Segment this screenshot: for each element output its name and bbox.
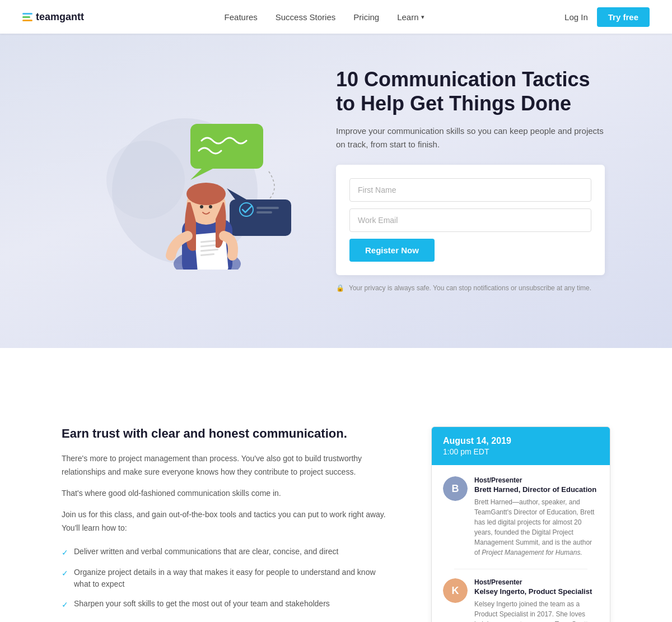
svg-rect-2 bbox=[190, 124, 263, 169]
event-card: August 14, 2019 1:00 pm EDT B Host/Prese… bbox=[431, 426, 610, 622]
try-free-button[interactable]: Try free bbox=[597, 7, 650, 27]
event-date: August 14, 2019 bbox=[443, 436, 599, 446]
register-button[interactable]: Register Now bbox=[349, 239, 435, 262]
hero-privacy-notice: 🔒 Your privacy is always safe. You can s… bbox=[336, 284, 605, 292]
presenter-2-bio: Kelsey Ingerto joined the team as a Prod… bbox=[474, 599, 599, 622]
svg-point-18 bbox=[200, 205, 203, 208]
presenter-2-info: Host/Presenter Kelsey Ingerto, Product S… bbox=[474, 578, 599, 622]
logo-bar-3 bbox=[22, 20, 32, 21]
presenter-2-name: Kelsey Ingerto, Product Specialist bbox=[474, 587, 599, 596]
shield-icon: 🔒 bbox=[336, 284, 344, 292]
checklist-item-2: ✓ Organize project details in a way that… bbox=[62, 567, 386, 590]
logo[interactable]: teamgantt bbox=[22, 11, 84, 23]
svg-point-1 bbox=[106, 141, 185, 219]
checkmark-icon-2: ✓ bbox=[62, 568, 68, 579]
spacer bbox=[0, 348, 672, 382]
content-para-2: That's where good old-fashioned communic… bbox=[62, 487, 386, 500]
logo-text: teamgantt bbox=[36, 11, 84, 23]
content-para-3: Join us for this class, and gain out-of-… bbox=[62, 508, 386, 535]
presenter-1-role: Host/Presenter bbox=[474, 476, 599, 484]
content-para-1: There's more to project management than … bbox=[62, 452, 386, 479]
checklist-item-1: ✓ Deliver written and verbal communicati… bbox=[62, 546, 386, 559]
content-right: August 14, 2019 1:00 pm EDT B Host/Prese… bbox=[431, 426, 610, 622]
nav-links: Features Success Stories Pricing Learn ▾ bbox=[225, 12, 424, 22]
hero-content: 10 Communication Tactics to Help Get Thi… bbox=[336, 67, 605, 292]
svg-rect-4 bbox=[230, 199, 291, 236]
hero-form: Register Now bbox=[336, 165, 605, 275]
checklist-item-3: ✓ Sharpen your soft skills to get the mo… bbox=[62, 598, 386, 611]
content-section: Earn trust with clear and honest communi… bbox=[0, 382, 672, 622]
svg-point-19 bbox=[209, 205, 212, 208]
svg-rect-8 bbox=[256, 211, 272, 213]
privacy-text: Your privacy is always safe. You can sto… bbox=[349, 284, 591, 292]
checkmark-icon-3: ✓ bbox=[62, 599, 68, 611]
svg-point-17 bbox=[186, 183, 226, 205]
hero-subtitle: Improve your communication skills so you… bbox=[336, 124, 605, 151]
work-email-input[interactable] bbox=[349, 208, 591, 232]
presenter-2-avatar: K bbox=[443, 578, 468, 603]
logo-icon bbox=[22, 13, 32, 21]
hero-illustration bbox=[67, 90, 302, 270]
navbar: teamgantt Features Success Stories Prici… bbox=[0, 0, 672, 34]
content-heading: Earn trust with clear and honest communi… bbox=[62, 426, 386, 441]
nav-pricing[interactable]: Pricing bbox=[353, 12, 379, 22]
presenters-section: B Host/Presenter Brett Harned, Director … bbox=[432, 465, 610, 622]
hero-section: 10 Communication Tactics to Help Get Thi… bbox=[0, 34, 672, 348]
checkmark-icon-1: ✓ bbox=[62, 547, 68, 559]
svg-rect-7 bbox=[256, 207, 279, 209]
card-divider bbox=[454, 569, 587, 569]
event-date-banner: August 14, 2019 1:00 pm EDT bbox=[432, 427, 610, 465]
login-button[interactable]: Log In bbox=[564, 12, 588, 22]
chevron-down-icon: ▾ bbox=[421, 13, 424, 21]
event-time: 1:00 pm EDT bbox=[443, 447, 599, 456]
logo-bar-1 bbox=[22, 13, 32, 15]
presenter-2: K Host/Presenter Kelsey Ingerto, Product… bbox=[443, 578, 599, 622]
presenter-1-bio: Brett Harned—author, speaker, and TeamGa… bbox=[474, 497, 599, 558]
nav-features[interactable]: Features bbox=[225, 12, 258, 22]
content-left: Earn trust with clear and honest communi… bbox=[62, 426, 386, 611]
avatar-placeholder-2: K bbox=[443, 578, 468, 603]
nav-actions: Log In Try free bbox=[564, 7, 650, 27]
presenter-1-avatar: B bbox=[443, 476, 468, 501]
hero-svg bbox=[78, 90, 291, 270]
nav-learn-dropdown[interactable]: Learn ▾ bbox=[397, 12, 424, 22]
presenter-1-name: Brett Harned, Director of Education bbox=[474, 485, 599, 494]
logo-bar-2 bbox=[22, 16, 30, 18]
presenter-1: B Host/Presenter Brett Harned, Director … bbox=[443, 476, 599, 558]
checklist: ✓ Deliver written and verbal communicati… bbox=[62, 546, 386, 611]
first-name-input[interactable] bbox=[349, 178, 591, 202]
avatar-placeholder-1: B bbox=[443, 476, 468, 501]
presenter-2-role: Host/Presenter bbox=[474, 578, 599, 586]
nav-success-stories[interactable]: Success Stories bbox=[276, 12, 336, 22]
hero-title: 10 Communication Tactics to Help Get Thi… bbox=[336, 67, 605, 115]
presenter-1-info: Host/Presenter Brett Harned, Director of… bbox=[474, 476, 599, 558]
